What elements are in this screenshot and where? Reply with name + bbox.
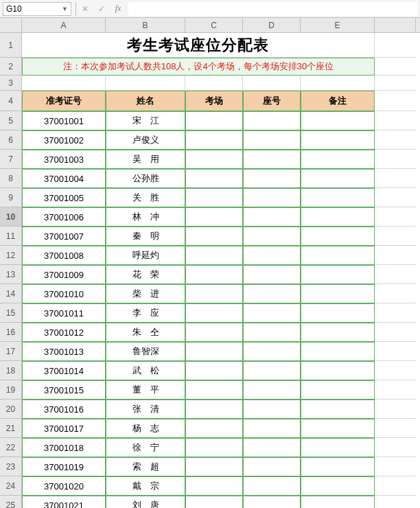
cell-room[interactable] xyxy=(185,323,243,342)
row-header-8[interactable]: 8 xyxy=(0,169,22,188)
cell-seat[interactable] xyxy=(243,496,301,508)
cell-id[interactable]: 37001011 xyxy=(22,303,106,323)
cell-remark[interactable] xyxy=(301,457,375,476)
cell-seat[interactable] xyxy=(243,476,301,496)
cell-name[interactable]: 呼延灼 xyxy=(106,246,185,265)
cell-room[interactable] xyxy=(185,400,243,419)
cell-E3[interactable] xyxy=(301,76,375,91)
name-box-dropdown-icon[interactable]: ▼ xyxy=(62,5,68,12)
cell-remark[interactable] xyxy=(301,380,375,400)
row-header-11[interactable]: 11 xyxy=(0,227,22,246)
row-header-9[interactable]: 9 xyxy=(0,188,22,207)
header-room[interactable]: 考场 xyxy=(185,91,243,111)
cell-id[interactable]: 37001014 xyxy=(22,361,106,380)
name-box[interactable]: G10 ▼ xyxy=(3,2,71,16)
row-header-22[interactable]: 22 xyxy=(0,438,22,457)
cell-room[interactable] xyxy=(185,361,243,380)
cell-id[interactable]: 37001017 xyxy=(22,419,106,438)
cell-gutter[interactable] xyxy=(375,169,416,188)
cell-id[interactable]: 37001019 xyxy=(22,457,106,476)
cell-name[interactable]: 吴 用 xyxy=(106,150,185,169)
cell-room[interactable] xyxy=(185,111,243,130)
title-cell[interactable]: 考生考试座位分配表 xyxy=(22,33,375,58)
cell-remark[interactable] xyxy=(301,169,375,188)
cell-id[interactable]: 37001009 xyxy=(22,265,106,284)
cell-seat[interactable] xyxy=(243,303,301,323)
cell-A3[interactable] xyxy=(22,76,106,91)
cell-gutter[interactable] xyxy=(375,380,416,400)
cell-D3[interactable] xyxy=(243,76,301,91)
cell-gutter[interactable] xyxy=(375,303,416,323)
cell-remark[interactable] xyxy=(301,246,375,265)
cell-gutter[interactable] xyxy=(375,400,416,419)
cell-remark[interactable] xyxy=(301,111,375,130)
cell-seat[interactable] xyxy=(243,150,301,169)
cell-remark[interactable] xyxy=(301,361,375,380)
cell-room[interactable] xyxy=(185,342,243,361)
cell-remark[interactable] xyxy=(301,342,375,361)
col-header-A[interactable]: A xyxy=(22,18,106,32)
cell-seat[interactable] xyxy=(243,111,301,130)
row-header-20[interactable]: 20 xyxy=(0,400,22,419)
cell-id[interactable]: 37001015 xyxy=(22,380,106,400)
cell-id[interactable]: 37001020 xyxy=(22,476,106,496)
cell-remark[interactable] xyxy=(301,265,375,284)
cell-remark[interactable] xyxy=(301,476,375,496)
cell-gutter[interactable] xyxy=(375,58,416,76)
cell-gutter[interactable] xyxy=(375,361,416,380)
cell-room[interactable] xyxy=(185,380,243,400)
cell-seat[interactable] xyxy=(243,188,301,207)
col-header-C[interactable]: C xyxy=(185,18,243,32)
cell-C3[interactable] xyxy=(185,76,243,91)
row-header-21[interactable]: 21 xyxy=(0,419,22,438)
cell-name[interactable]: 杨 志 xyxy=(106,419,185,438)
cell-seat[interactable] xyxy=(243,438,301,457)
cell-remark[interactable] xyxy=(301,438,375,457)
cell-name[interactable]: 刘 唐 xyxy=(106,496,185,508)
cell-name[interactable]: 宋 江 xyxy=(106,111,185,130)
header-id[interactable]: 准考证号 xyxy=(22,91,106,111)
cell-room[interactable] xyxy=(185,438,243,457)
cell-gutter[interactable] xyxy=(375,91,416,111)
cell-remark[interactable] xyxy=(301,227,375,246)
cell-gutter[interactable] xyxy=(375,476,416,496)
cell-remark[interactable] xyxy=(301,400,375,419)
cell-gutter[interactable] xyxy=(375,323,416,342)
cell-id[interactable]: 37001012 xyxy=(22,323,106,342)
cell-id[interactable]: 37001003 xyxy=(22,150,106,169)
cell-room[interactable] xyxy=(185,227,243,246)
cell-room[interactable] xyxy=(185,265,243,284)
cell-id[interactable]: 37001008 xyxy=(22,246,106,265)
cell-seat[interactable] xyxy=(243,207,301,227)
col-header-E[interactable]: E xyxy=(301,18,375,32)
row-header-23[interactable]: 23 xyxy=(0,457,22,476)
cell-remark[interactable] xyxy=(301,150,375,169)
row-header-13[interactable]: 13 xyxy=(0,265,22,284)
cell-name[interactable]: 鲁智深 xyxy=(106,342,185,361)
row-header-19[interactable]: 19 xyxy=(0,380,22,400)
cell-seat[interactable] xyxy=(243,227,301,246)
cell-gutter[interactable] xyxy=(375,150,416,169)
cell-remark[interactable] xyxy=(301,303,375,323)
cell-seat[interactable] xyxy=(243,419,301,438)
row-header-17[interactable]: 17 xyxy=(0,342,22,361)
cell-name[interactable]: 林 冲 xyxy=(106,207,185,227)
cell-remark[interactable] xyxy=(301,323,375,342)
row-header-24[interactable]: 24 xyxy=(0,476,22,496)
cell-id[interactable]: 37001006 xyxy=(22,207,106,227)
cell-remark[interactable] xyxy=(301,188,375,207)
cell-name[interactable]: 李 应 xyxy=(106,303,185,323)
note-cell[interactable]: 注：本次参加考试人数共108人，设4个考场，每个考场安排30个座位 xyxy=(22,58,375,76)
row-header-3[interactable]: 3 xyxy=(0,76,22,91)
cell-name[interactable]: 卢俊义 xyxy=(106,130,185,150)
cell-seat[interactable] xyxy=(243,265,301,284)
cell-room[interactable] xyxy=(185,419,243,438)
row-header-2[interactable]: 2 xyxy=(0,58,22,76)
cell-id[interactable]: 37001018 xyxy=(22,438,106,457)
row-header-1[interactable]: 1 xyxy=(0,33,22,58)
cell-seat[interactable] xyxy=(243,400,301,419)
cell-id[interactable]: 37001001 xyxy=(22,111,106,130)
cell-B3[interactable] xyxy=(106,76,185,91)
row-header-16[interactable]: 16 xyxy=(0,323,22,342)
cell-name[interactable]: 徐 宁 xyxy=(106,438,185,457)
